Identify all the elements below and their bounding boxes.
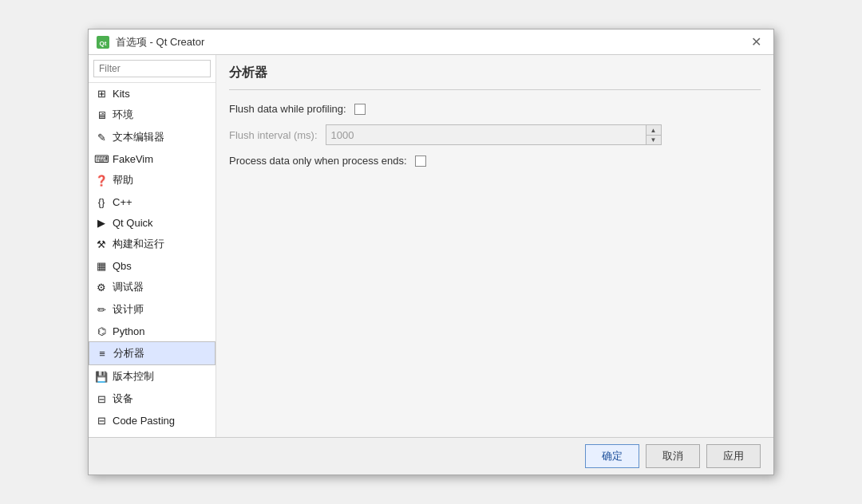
process-label: Process data only when process ends: xyxy=(229,155,407,167)
apply-button[interactable]: 应用 xyxy=(706,444,761,468)
qbs-icon: ▦ xyxy=(95,259,108,272)
debugger-label: 调试器 xyxy=(113,280,144,294)
debugger-icon: ⚙ xyxy=(95,281,108,293)
vcs-label: 版本控制 xyxy=(113,369,154,384)
devices-icon: ⊟ xyxy=(95,392,108,405)
interval-label: Flush interval (ms): xyxy=(229,129,318,141)
page-title: 分析器 xyxy=(229,65,761,81)
fakevim-label: FakeVim xyxy=(113,153,153,165)
texteditor-label: 文本编辑器 xyxy=(113,130,164,144)
sidebar-item-fakevim[interactable]: ⌨FakeVim xyxy=(89,148,216,169)
devices-label: 设备 xyxy=(113,392,133,406)
kits-icon: ⊞ xyxy=(95,87,108,100)
codepasting-icon: ⊟ xyxy=(95,414,108,427)
sidebar-item-codepasting[interactable]: ⊟Code Pasting xyxy=(89,410,216,431)
fakevim-icon: ⌨ xyxy=(95,152,108,165)
build-label: 构建和运行 xyxy=(113,237,164,251)
window-title: 首选项 - Qt Creator xyxy=(116,35,204,49)
help-icon: ❓ xyxy=(95,174,108,187)
environment-icon: 🖥 xyxy=(95,108,108,121)
texteditor-icon: ✎ xyxy=(95,131,108,144)
codepasting-label: Code Pasting xyxy=(113,415,175,427)
flush-label: Flush data while profiling: xyxy=(229,103,346,115)
analyzer-icon: ≡ xyxy=(96,347,109,360)
content-area: ⊞Kits🖥环境✎文本编辑器⌨FakeVim❓帮助{}C++▶Qt Quick⚒… xyxy=(89,55,773,437)
spinbox-up-button[interactable]: ▲ xyxy=(646,125,661,135)
titlebar-left: Qt 首选项 - Qt Creator xyxy=(97,35,204,49)
sidebar-item-cpp[interactable]: {}C++ xyxy=(89,191,216,212)
sidebar-item-build[interactable]: ⚒构建和运行 xyxy=(89,233,216,255)
interval-row: Flush interval (ms): ▲ ▼ xyxy=(229,124,761,145)
ok-button[interactable]: 确定 xyxy=(585,444,639,468)
svg-text:Qt: Qt xyxy=(100,40,107,47)
sidebar-item-environment[interactable]: 🖥环境 xyxy=(89,104,216,126)
environment-label: 环境 xyxy=(113,108,133,122)
cpp-icon: {} xyxy=(95,195,108,208)
sidebar-item-kits[interactable]: ⊞Kits xyxy=(89,83,216,104)
spinbox-arrows: ▲ ▼ xyxy=(646,125,661,144)
sidebar-item-analyzer[interactable]: ≡分析器 xyxy=(89,341,216,365)
close-button[interactable]: ✕ xyxy=(746,33,765,52)
designer-icon: ✏ xyxy=(95,303,108,316)
qtquick-label: Qt Quick xyxy=(113,217,153,229)
sidebar-item-qtquick[interactable]: ▶Qt Quick xyxy=(89,212,216,233)
main-window: Qt 首选项 - Qt Creator ✕ ⊞Kits🖥环境✎文本编辑器⌨Fak… xyxy=(88,29,774,475)
footer: 确定 取消 应用 xyxy=(89,437,773,474)
app-icon: Qt xyxy=(97,36,109,49)
sidebar-item-languageclient[interactable]: ⚙Language Client xyxy=(89,431,216,437)
python-label: Python xyxy=(113,325,144,337)
help-label: 帮助 xyxy=(113,173,133,187)
tab-bar xyxy=(229,89,761,90)
analyzer-label: 分析器 xyxy=(113,346,144,360)
vcs-icon: 💾 xyxy=(95,370,108,383)
flush-row: Flush data while profiling: xyxy=(229,103,761,115)
sidebar-item-designer[interactable]: ✏设计师 xyxy=(89,298,216,321)
filter-input[interactable] xyxy=(93,60,211,77)
interval-spinbox: ▲ ▼ xyxy=(326,124,662,145)
sidebar-item-texteditor[interactable]: ✎文本编辑器 xyxy=(89,126,216,148)
sidebar-item-python[interactable]: ⌬Python xyxy=(89,321,216,341)
sidebar-item-vcs[interactable]: 💾版本控制 xyxy=(89,365,216,388)
sidebar-item-qbs[interactable]: ▦Qbs xyxy=(89,255,216,276)
cpp-label: C++ xyxy=(113,196,132,208)
main-content: 分析器 Flush data while profiling: Flush in… xyxy=(216,55,773,437)
sidebar-list: ⊞Kits🖥环境✎文本编辑器⌨FakeVim❓帮助{}C++▶Qt Quick⚒… xyxy=(89,83,216,437)
flush-checkbox[interactable] xyxy=(354,104,366,115)
sidebar-item-debugger[interactable]: ⚙调试器 xyxy=(89,276,216,298)
form-area: Flush data while profiling: Flush interv… xyxy=(229,103,761,167)
kits-label: Kits xyxy=(113,88,130,100)
process-row: Process data only when process ends: xyxy=(229,155,761,167)
titlebar: Qt 首选项 - Qt Creator ✕ xyxy=(89,30,773,55)
qbs-label: Qbs xyxy=(113,260,132,272)
sidebar-item-devices[interactable]: ⊟设备 xyxy=(89,388,216,410)
cancel-button[interactable]: 取消 xyxy=(646,444,700,468)
python-icon: ⌬ xyxy=(95,325,108,337)
sidebar: ⊞Kits🖥环境✎文本编辑器⌨FakeVim❓帮助{}C++▶Qt Quick⚒… xyxy=(89,55,216,437)
filter-box xyxy=(89,55,216,83)
qtquick-icon: ▶ xyxy=(95,216,108,229)
process-checkbox[interactable] xyxy=(415,156,426,167)
designer-label: 设计师 xyxy=(113,302,144,317)
sidebar-item-help[interactable]: ❓帮助 xyxy=(89,169,216,191)
build-icon: ⚒ xyxy=(95,238,108,250)
interval-input xyxy=(326,127,646,144)
spinbox-down-button[interactable]: ▼ xyxy=(646,135,661,144)
